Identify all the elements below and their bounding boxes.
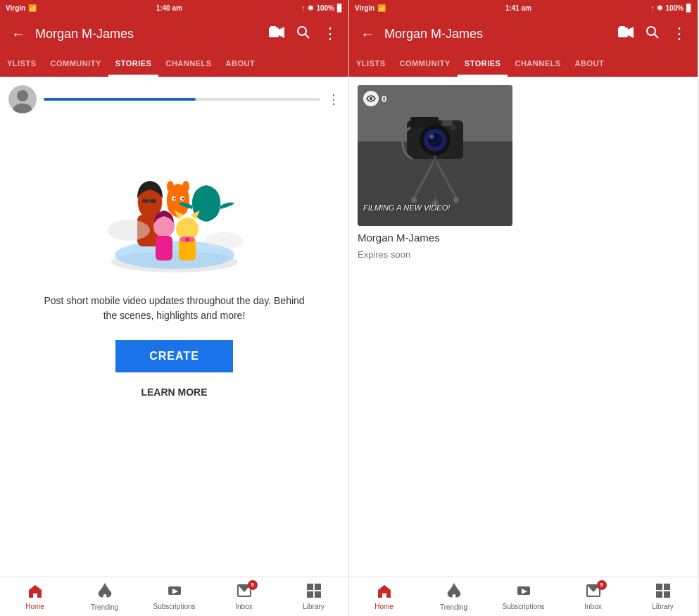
right-tab-community[interactable]: COMMUNITY <box>393 52 458 77</box>
right-inbox-badge: 9 <box>597 580 607 590</box>
left-tab-ylists[interactable]: YLISTS <box>0 52 44 77</box>
right-nav-library[interactable]: Library <box>628 581 698 613</box>
left-inbox-badge: 9 <box>248 580 258 590</box>
svg-rect-59 <box>434 156 436 198</box>
left-upload-video-button[interactable] <box>267 26 286 42</box>
svg-marker-1 <box>279 27 284 38</box>
left-nav-trending[interactable]: Trending <box>70 580 139 614</box>
right-nav-trending[interactable]: Trending <box>419 580 489 614</box>
left-more-button[interactable]: ⋮ <box>320 25 340 43</box>
right-battery-icon: ▊ <box>686 4 692 12</box>
svg-rect-69 <box>656 591 662 598</box>
svg-point-18 <box>182 198 184 200</box>
right-header: ← Morgan M-James ⋮ <box>349 15 698 52</box>
left-back-button[interactable]: ← <box>8 26 28 42</box>
right-inbox-badge-container: 9 <box>586 584 601 601</box>
left-tab-channels[interactable]: CHANNELS <box>158 52 218 77</box>
left-search-button[interactable] <box>294 25 313 43</box>
svg-point-60 <box>411 197 417 203</box>
right-tab-ylists[interactable]: YLISTS <box>349 52 393 77</box>
right-battery: 100% <box>665 4 684 12</box>
left-nav-library[interactable]: Library <box>279 581 348 613</box>
left-battery: 100% <box>316 4 334 12</box>
svg-rect-68 <box>664 584 670 590</box>
left-library-icon <box>307 584 321 601</box>
svg-point-22 <box>176 218 199 240</box>
svg-point-44 <box>647 27 655 35</box>
svg-rect-67 <box>656 584 662 590</box>
right-status-bar: Virgin 📶 1:41 am ↑ ✱ 100% ▊ <box>349 0 698 15</box>
story-title: Morgan M-James <box>358 232 689 244</box>
story-card: 0 FILMING A NEW VIDEO! Morgan M-James Ex… <box>358 85 689 260</box>
left-trending-label: Trending <box>91 603 118 611</box>
left-trending-icon <box>98 583 112 602</box>
view-count-number: 0 <box>382 94 386 104</box>
right-nav-inbox[interactable]: 9 Inbox <box>558 581 628 613</box>
right-tab-stories[interactable]: STORIES <box>458 52 508 77</box>
right-content: 0 FILMING A NEW VIDEO! Morgan M-James Ex… <box>349 77 698 577</box>
story-thumbnail[interactable]: 0 FILMING A NEW VIDEO! <box>358 85 512 226</box>
right-nav-home[interactable]: Home <box>349 581 419 613</box>
right-library-label: Library <box>652 603 674 610</box>
right-more-button[interactable]: ⋮ <box>669 25 689 43</box>
svg-rect-29 <box>142 199 149 203</box>
left-home-label: Home <box>25 603 44 610</box>
left-time: 1:40 am <box>156 4 182 12</box>
svg-rect-41 <box>618 27 628 37</box>
left-location-icon: ↑ <box>301 4 305 12</box>
left-nav-inbox[interactable]: 9 Inbox <box>209 581 279 613</box>
right-search-button[interactable] <box>643 25 662 43</box>
right-bottom-nav: Home Trending Subscriptions <box>349 577 698 616</box>
story-overlay-text: FILMING A NEW VIDEO! <box>363 203 507 212</box>
svg-point-13 <box>167 181 174 192</box>
svg-point-63 <box>370 97 372 100</box>
left-bluetooth-icon: ✱ <box>308 4 313 12</box>
left-channel-title: Morgan M-James <box>35 27 260 42</box>
story-more-button[interactable]: ⋮ <box>327 92 340 107</box>
left-nav-home[interactable]: Home <box>0 581 70 613</box>
svg-rect-2 <box>270 26 276 28</box>
svg-point-28 <box>185 237 189 241</box>
left-tab-about[interactable]: ABOUT <box>219 52 263 77</box>
svg-point-32 <box>108 220 150 241</box>
left-subscriptions-label: Subscriptions <box>153 603 195 610</box>
svg-point-6 <box>17 90 28 101</box>
right-tab-about[interactable]: ABOUT <box>568 52 612 77</box>
left-home-icon <box>27 584 43 601</box>
svg-marker-42 <box>628 27 634 38</box>
right-upload-video-button[interactable] <box>616 26 636 42</box>
right-tab-channels[interactable]: CHANNELS <box>508 52 567 77</box>
learn-more-link[interactable]: LEARN MORE <box>141 386 207 398</box>
svg-line-4 <box>306 34 310 38</box>
svg-rect-37 <box>307 584 313 590</box>
right-trending-icon <box>447 583 461 602</box>
right-subscriptions-icon <box>516 585 531 601</box>
left-inbox-label: Inbox <box>235 603 252 610</box>
left-tab-stories[interactable]: STORIES <box>108 52 159 77</box>
svg-point-53 <box>429 134 434 139</box>
right-subscriptions-badge-container <box>516 584 531 601</box>
create-story-button[interactable]: CREATE <box>115 340 233 372</box>
right-nav-subscriptions[interactable]: Subscriptions <box>489 581 558 613</box>
channel-avatar <box>8 85 37 113</box>
left-status-bar: Virgin 📶 1:40 am ↑ ✱ 100% ▊ <box>0 0 348 15</box>
avatar-row: ⋮ <box>8 85 340 113</box>
left-bottom-nav: Home Trending Subscriptions <box>0 577 348 616</box>
svg-rect-40 <box>315 591 321 598</box>
stories-create-section: ⋮ <box>0 77 348 413</box>
svg-rect-70 <box>664 591 670 598</box>
stories-illustration <box>83 139 266 279</box>
left-panel: Virgin 📶 1:40 am ↑ ✱ 100% ▊ ← Morgan M-J… <box>0 0 349 616</box>
svg-point-33 <box>204 232 244 249</box>
left-wifi-icon: 📶 <box>28 4 37 12</box>
stories-list-section: 0 FILMING A NEW VIDEO! Morgan M-James Ex… <box>349 77 698 268</box>
right-back-button[interactable]: ← <box>358 26 377 42</box>
left-nav-subscriptions[interactable]: Subscriptions <box>139 581 209 613</box>
left-tab-community[interactable]: COMMUNITY <box>44 52 108 77</box>
svg-rect-39 <box>307 591 313 598</box>
right-bluetooth-icon: ✱ <box>657 4 662 12</box>
story-expires-label: Expires soon <box>358 249 689 260</box>
right-tabs: YLISTS COMMUNITY STORIES CHANNELS ABOUT <box>349 52 698 77</box>
left-tabs: YLISTS COMMUNITY STORIES CHANNELS ABOUT <box>0 52 348 77</box>
illustration-area: Post short mobile video updates througho… <box>8 125 340 405</box>
